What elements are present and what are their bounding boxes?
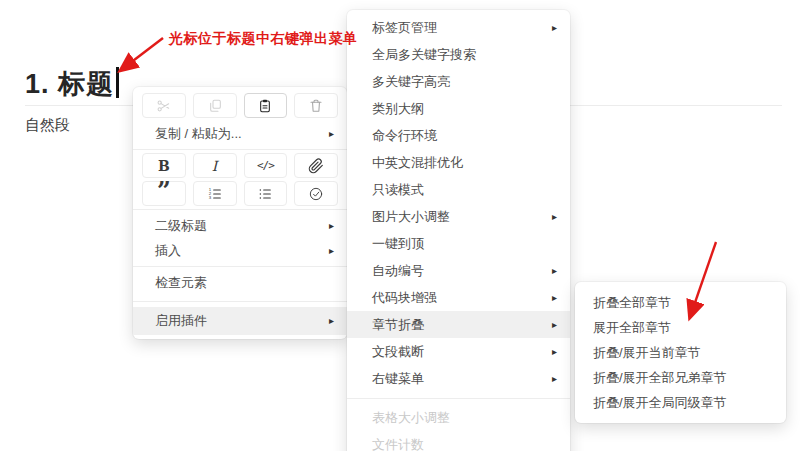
submenu-arrow-icon: ▸ xyxy=(552,293,557,303)
submenu-arrow-icon: ▸ xyxy=(329,316,334,326)
document-heading[interactable]: 1. 标题 xyxy=(25,66,119,102)
menu-item-heading-2[interactable]: 二级标题 ▸ xyxy=(133,213,347,238)
menu-item-read-only-mode[interactable]: 只读模式 xyxy=(347,176,570,203)
menu-item-label: 章节折叠 xyxy=(372,316,424,334)
paste-button[interactable] xyxy=(244,93,288,118)
menu-item-multi-keyword-highlight[interactable]: 多关键字高亮 xyxy=(347,68,570,95)
menu-divider xyxy=(133,301,347,302)
menu-item-enable-plugins[interactable]: 启用插件 ▸ xyxy=(133,307,347,335)
unordered-list-icon xyxy=(257,186,273,202)
trash-icon xyxy=(308,98,324,114)
ordered-list-icon: 123 xyxy=(207,186,223,202)
menu-item-inspect-element[interactable]: 检查元素 xyxy=(133,270,347,295)
code-icon: </> xyxy=(257,159,274,172)
menu-item-global-multi-keyword-search[interactable]: 全局多关键字搜索 xyxy=(347,41,570,68)
menu-item-cjk-typesetting-optimize[interactable]: 中英文混排优化 xyxy=(347,149,570,176)
submenu-arrow-icon: ▸ xyxy=(329,221,334,231)
submenu-arrow-icon: ▸ xyxy=(552,347,557,357)
section-fold-submenu: 折叠全部章节 展开全部章节 折叠/展开当前章节 折叠/展开全部兄弟章节 折叠/展… xyxy=(575,282,786,423)
bold-button[interactable]: B xyxy=(142,153,186,178)
menu-item-label: 中英文混排优化 xyxy=(372,154,463,172)
menu-item-toggle-current-section[interactable]: 折叠/展开当前章节 xyxy=(575,340,786,365)
ordered-list-button[interactable]: 123 xyxy=(193,181,237,206)
menu-item-label: 图片大小调整 xyxy=(372,208,450,226)
paperclip-icon xyxy=(308,158,324,174)
task-list-button[interactable] xyxy=(294,181,338,206)
menu-item-label: 代码块增强 xyxy=(372,289,437,307)
menu-item-label: 类别大纲 xyxy=(372,100,424,118)
menu-item-toggle-sibling-sections[interactable]: 折叠/展开全部兄弟章节 xyxy=(575,365,786,390)
format-toolbar-row1: B I </> xyxy=(142,153,338,178)
menu-item-label: 启用插件 xyxy=(155,312,207,330)
svg-text:3: 3 xyxy=(208,195,211,200)
cut-button[interactable] xyxy=(142,93,186,118)
menu-item-label: 命令行环境 xyxy=(372,127,437,145)
italic-icon: I xyxy=(212,158,218,174)
menu-item-context-menu-plugin[interactable]: 右键菜单 ▸ xyxy=(347,365,570,392)
submenu-arrow-icon: ▸ xyxy=(552,212,557,222)
menu-divider xyxy=(133,266,347,267)
menu-item-label: 标签页管理 xyxy=(372,19,437,37)
context-menu: 复制 / 粘贴为... ▸ B I </> ” 123 二级标题 ▸ 插入 ▸ … xyxy=(133,87,347,339)
copy-icon xyxy=(207,98,223,114)
menu-divider xyxy=(133,209,347,210)
code-button[interactable]: </> xyxy=(244,153,288,178)
menu-item-label: 文件计数 xyxy=(372,436,424,451)
text-caret xyxy=(116,67,119,98)
menu-item-image-resize[interactable]: 图片大小调整 ▸ xyxy=(347,203,570,230)
menu-item-toggle-global-level-sections[interactable]: 折叠/展开全局同级章节 xyxy=(575,390,786,415)
menu-item-insert[interactable]: 插入 ▸ xyxy=(133,238,347,263)
menu-item-label: 全局多关键字搜索 xyxy=(372,46,476,64)
submenu-arrow-icon: ▸ xyxy=(329,129,334,139)
annotation-text: 光标位于标题中右键弹出菜单 xyxy=(169,30,358,48)
menu-item-paragraph-truncate[interactable]: 文段截断 ▸ xyxy=(347,338,570,365)
menu-item-label: 折叠/展开当前章节 xyxy=(593,344,701,362)
menu-item-category-outline[interactable]: 类别大纲 xyxy=(347,95,570,122)
check-circle-icon xyxy=(308,186,324,202)
unordered-list-button[interactable] xyxy=(244,181,288,206)
menu-item-label: 表格大小调整 xyxy=(372,409,450,427)
menu-item-expand-all-sections[interactable]: 展开全部章节 xyxy=(575,315,786,340)
menu-item-label: 折叠/展开全部兄弟章节 xyxy=(593,369,727,387)
annotation-arrow-heading xyxy=(121,38,163,70)
menu-item-label: 折叠全部章节 xyxy=(593,294,671,312)
menu-item-tab-management[interactable]: 标签页管理 ▸ xyxy=(347,14,570,41)
menu-item-command-line-env[interactable]: 命令行环境 xyxy=(347,122,570,149)
link-button[interactable] xyxy=(294,153,338,178)
submenu-arrow-icon: ▸ xyxy=(552,23,557,33)
clipboard-toolbar xyxy=(142,93,338,118)
menu-item-file-count: 文件计数 xyxy=(347,431,570,451)
menu-item-section-fold[interactable]: 章节折叠 ▸ xyxy=(347,311,570,338)
plugins-submenu: 标签页管理 ▸ 全局多关键字搜索 多关键字高亮 类别大纲 命令行环境 中英文混排… xyxy=(347,10,570,451)
menu-item-label: 多关键字高亮 xyxy=(372,73,450,91)
submenu-arrow-icon: ▸ xyxy=(552,266,557,276)
submenu-arrow-icon: ▸ xyxy=(552,320,557,330)
heading-text: 1. 标题 xyxy=(25,69,114,99)
menu-item-label: 检查元素 xyxy=(155,274,207,292)
quote-icon: ” xyxy=(157,188,171,200)
quote-button[interactable]: ” xyxy=(142,181,186,206)
bold-icon: B xyxy=(158,158,170,174)
clipboard-icon xyxy=(257,98,273,114)
menu-item-label: 折叠/展开全局同级章节 xyxy=(593,394,727,412)
document-paragraph[interactable]: 自然段 xyxy=(25,116,70,135)
italic-button[interactable]: I xyxy=(193,153,237,178)
copy-button[interactable] xyxy=(193,93,237,118)
menu-item-collapse-all-sections[interactable]: 折叠全部章节 xyxy=(575,290,786,315)
delete-button[interactable] xyxy=(294,93,338,118)
submenu-arrow-icon: ▸ xyxy=(552,374,557,384)
menu-item-label: 一键到顶 xyxy=(372,235,424,253)
menu-item-label: 展开全部章节 xyxy=(593,319,671,337)
menu-item-auto-numbering[interactable]: 自动编号 ▸ xyxy=(347,257,570,284)
menu-item-table-resize: 表格大小调整 xyxy=(347,404,570,431)
scissors-icon xyxy=(156,98,172,114)
format-toolbar-row2: ” 123 xyxy=(142,181,338,206)
menu-item-back-to-top[interactable]: 一键到顶 xyxy=(347,230,570,257)
menu-item-copy-paste-as[interactable]: 复制 / 粘贴为... ▸ xyxy=(133,121,347,146)
menu-item-label: 插入 xyxy=(155,242,181,260)
menu-item-label: 右键菜单 xyxy=(372,370,424,388)
menu-divider xyxy=(133,149,347,150)
menu-item-label: 只读模式 xyxy=(372,181,424,199)
menu-item-label: 自动编号 xyxy=(372,262,424,280)
menu-item-code-block-enhance[interactable]: 代码块增强 ▸ xyxy=(347,284,570,311)
